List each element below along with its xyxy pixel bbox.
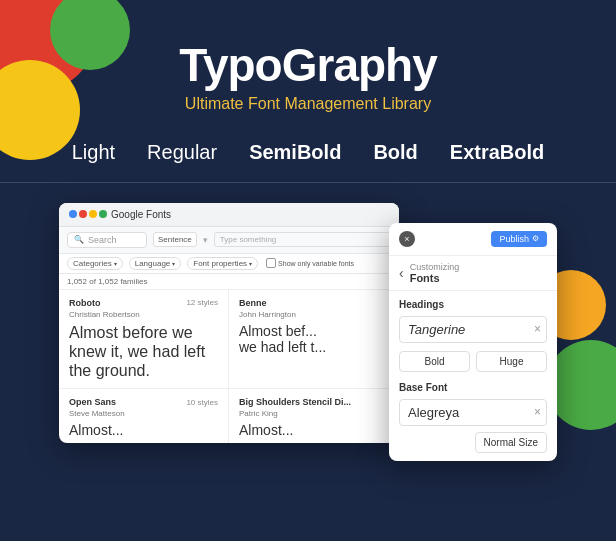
search-text: Search — [88, 235, 117, 245]
customize-panel: × Publish ⚙ ‹ Customizing Fonts Headings… — [389, 223, 557, 461]
panel-nav-label: Customizing — [410, 262, 460, 272]
gf-dot-yellow — [89, 210, 97, 218]
gf-dot-red — [79, 210, 87, 218]
font-styles-opensans: 10 styles — [186, 398, 218, 407]
filter-categories[interactable]: Categories ▾ — [67, 257, 123, 270]
type-something[interactable]: Type something — [214, 232, 391, 247]
results-count: 1,052 of 1,052 families — [59, 274, 399, 290]
header: TypoGraphy Ultimate Font Management Libr… — [0, 0, 616, 113]
font-designer-benne: John Harrington — [239, 310, 389, 319]
fonts-grid: Roboto 12 styles Christian Robertson Alm… — [59, 290, 399, 443]
headings-label: Headings — [399, 299, 547, 310]
font-weights-row: Light Regular SemiBold Bold ExtraBold — [0, 141, 616, 183]
variable-checkbox[interactable] — [266, 258, 276, 268]
font-card-header: Roboto 12 styles — [69, 298, 218, 308]
font-card-benne[interactable]: Benne John Harrington Almost bef...we ha… — [229, 290, 399, 390]
huge-button[interactable]: Huge — [476, 351, 547, 372]
font-designer: Christian Robertson — [69, 310, 218, 319]
base-font-wrapper: × — [399, 399, 547, 426]
font-card-header-opensans: Open Sans 10 styles — [69, 397, 218, 407]
panel-close-button[interactable]: × — [399, 231, 415, 247]
panel-nav-title: Fonts — [410, 272, 460, 284]
headings-font-clear[interactable]: × — [534, 322, 541, 336]
show-variable[interactable]: Show only variable fonts — [266, 258, 354, 268]
panel-header: × Publish ⚙ — [389, 223, 557, 256]
panel-publish-button[interactable]: Publish ⚙ — [491, 231, 547, 247]
font-card-bigshoulders[interactable]: Big Shoulders Stencil Di... Patric King … — [229, 389, 399, 442]
font-preview-benne: Almost bef...we had left t... — [239, 323, 389, 357]
content-area: Google Fonts 🔍 Search Sentence ▾ Type so… — [0, 203, 616, 461]
panel-nav-info: Customizing Fonts — [410, 262, 460, 284]
font-weight-bold: Bold — [373, 141, 417, 164]
font-weight-semibold: SemiBold — [249, 141, 341, 164]
browser-mockup: Google Fonts 🔍 Search Sentence ▾ Type so… — [59, 203, 399, 443]
base-font-label: Base Font — [399, 382, 547, 393]
panel-body: Headings × Bold Huge Base Font × Normal … — [389, 291, 557, 461]
panel-nav: ‹ Customizing Fonts — [389, 256, 557, 291]
browser-bar: Google Fonts — [59, 203, 399, 227]
filter-language[interactable]: Language ▾ — [129, 257, 182, 270]
font-name-opensans: Open Sans — [69, 397, 116, 407]
app-title: TypoGraphy — [0, 40, 616, 91]
headings-btn-row: Bold Huge — [399, 351, 547, 372]
google-fonts-label: Google Fonts — [111, 209, 171, 220]
search-box[interactable]: 🔍 Search — [67, 232, 147, 248]
filter-bar: Categories ▾ Language ▾ Font properties … — [59, 254, 399, 274]
font-weight-light: Light — [72, 141, 115, 164]
publish-icon: ⚙ — [532, 234, 539, 243]
normal-size-wrapper: Normal Size — [399, 432, 547, 453]
font-card-opensans[interactable]: Open Sans 10 styles Steve Matteson Almos… — [59, 389, 229, 442]
font-designer-opensans: Steve Matteson — [69, 409, 218, 418]
browser-toolbar: 🔍 Search Sentence ▾ Type something — [59, 227, 399, 254]
gf-dot-green — [99, 210, 107, 218]
font-card-roboto[interactable]: Roboto 12 styles Christian Robertson Alm… — [59, 290, 229, 390]
font-preview: Almost before we knew it, we had left th… — [69, 323, 218, 381]
font-name-benne: Benne — [239, 298, 267, 308]
font-weight-extrabold: ExtraBold — [450, 141, 544, 164]
font-styles: 12 styles — [186, 298, 218, 307]
gf-dot-blue — [69, 210, 77, 218]
panel-back-button[interactable]: ‹ — [399, 265, 404, 281]
font-card-header-bigshoulders: Big Shoulders Stencil Di... — [239, 397, 389, 407]
gf-logo-dots — [69, 210, 107, 218]
font-name: Roboto — [69, 298, 101, 308]
sentence-select[interactable]: Sentence — [153, 232, 197, 247]
google-fonts-logo: Google Fonts — [69, 209, 171, 220]
base-font-clear[interactable]: × — [534, 405, 541, 419]
headings-font-input[interactable] — [399, 316, 547, 343]
font-name-bigshoulders: Big Shoulders Stencil Di... — [239, 397, 351, 407]
type-separator: ▾ — [203, 235, 208, 245]
font-weight-regular: Regular — [147, 141, 217, 164]
font-card-header-benne: Benne — [239, 298, 389, 308]
search-icon: 🔍 — [74, 235, 84, 244]
font-preview-opensans: Almost... — [69, 422, 218, 439]
font-designer-bigshoulders: Patric King — [239, 409, 389, 418]
headings-font-wrapper: × — [399, 316, 547, 343]
font-preview-bigshoulders: Almost... — [239, 422, 389, 439]
app-subtitle: Ultimate Font Management Library — [0, 95, 616, 113]
normal-size-button[interactable]: Normal Size — [475, 432, 547, 453]
filter-properties[interactable]: Font properties ▾ — [187, 257, 258, 270]
base-font-input[interactable] — [399, 399, 547, 426]
bold-button[interactable]: Bold — [399, 351, 470, 372]
